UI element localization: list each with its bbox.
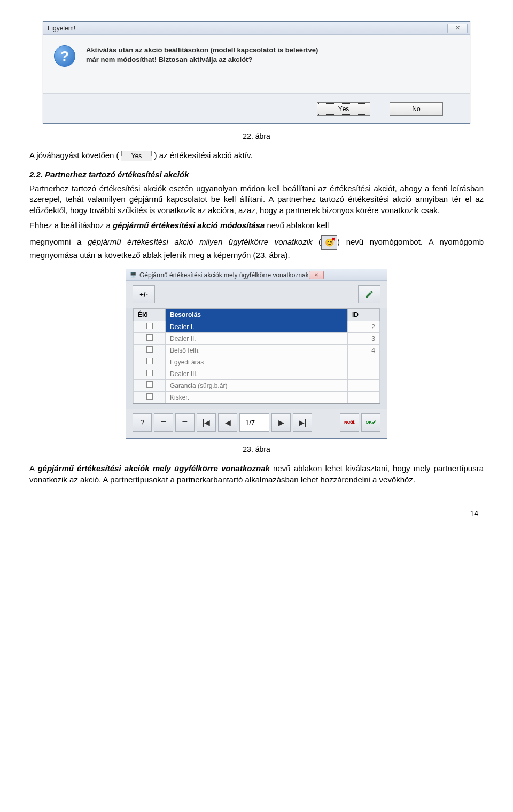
dialog-title: Figyelem! — [48, 25, 75, 32]
confirm-dialog: Figyelem! ✕ ? Aktiválás után az akció be… — [43, 21, 470, 124]
pencil-icon — [364, 290, 374, 299]
ok-button[interactable]: OK✔ — [361, 413, 380, 432]
table-row[interactable]: Kisker. — [134, 392, 380, 403]
cell-id — [348, 368, 380, 380]
cell-checkbox[interactable] — [134, 380, 166, 392]
cell-id — [348, 380, 380, 392]
table-row[interactable]: Dealer III. — [134, 368, 380, 380]
inline-yes-button-image: Yes — [121, 151, 152, 161]
dialog2-navbar: ? ≣ ≣ |◀ ◀ 1/7 ▶ ▶| NO✖ OK✔ — [126, 409, 387, 438]
first-button[interactable]: |◀ — [197, 413, 216, 432]
paragraph-dialog-ref: Ehhez a beállításhoz a gépjármű értékesí… — [29, 220, 484, 231]
customer-table: Élő Besorolás ID Dealer I.2Dealer II.3Be… — [133, 308, 380, 404]
paragraph-final: A gépjármű értékesítési akciók mely ügyf… — [29, 463, 484, 485]
checkbox-icon[interactable] — [146, 323, 153, 329]
cell-checkbox[interactable] — [134, 333, 166, 345]
cell-besorolas: Dealer II. — [166, 333, 348, 345]
cell-checkbox[interactable] — [134, 356, 166, 368]
checkbox-icon[interactable] — [146, 358, 153, 364]
yes-button[interactable]: Yes — [317, 102, 370, 116]
list2-button[interactable]: ≣ — [175, 413, 195, 432]
col-id[interactable]: ID — [348, 309, 380, 321]
cell-besorolas: Egyedi áras — [166, 356, 348, 368]
next-button[interactable]: ▶ — [271, 413, 291, 432]
checkbox-icon[interactable] — [146, 393, 153, 400]
dialog-titlebar[interactable]: Figyelem! ✕ — [43, 22, 470, 35]
cell-checkbox[interactable] — [134, 321, 166, 333]
prev-button[interactable]: ◀ — [218, 413, 237, 432]
paragraph-partner-desc: Partnerhez tartozó értékesítési akciók e… — [29, 183, 484, 216]
cell-id: 3 — [348, 333, 380, 345]
question-icon: ? — [54, 45, 75, 67]
cell-id — [348, 392, 380, 403]
cell-besorolas: Dealer I. — [166, 321, 348, 333]
figure-caption-23: 23. ábra — [29, 445, 484, 454]
dialog2-toolbar-top: +/- — [126, 281, 387, 308]
checkbox-icon[interactable] — [146, 334, 153, 341]
col-elo[interactable]: Élő — [134, 309, 166, 321]
checkbox-icon[interactable] — [146, 381, 153, 388]
cell-besorolas: Dealer III. — [166, 368, 348, 380]
checkbox-icon[interactable] — [146, 370, 153, 376]
table-row[interactable]: Dealer I.2 — [134, 321, 380, 333]
face-icon: 😊 — [321, 235, 337, 250]
cell-besorolas: Kisker. — [166, 392, 348, 403]
cell-checkbox[interactable] — [134, 392, 166, 403]
cell-besorolas: Belső felh. — [166, 345, 348, 356]
paragraph-approval: A jóváhagyást követően ( Yes ) az értéke… — [29, 150, 484, 161]
cell-checkbox[interactable] — [134, 345, 166, 356]
plus-minus-button[interactable]: +/- — [133, 285, 155, 303]
cell-id: 4 — [348, 345, 380, 356]
cell-besorolas: Garancia (sürg.b.ár) — [166, 380, 348, 392]
dialog-buttons: Yes No — [43, 93, 470, 123]
figure-caption-22: 22. ábra — [29, 132, 484, 140]
cell-id — [348, 356, 380, 368]
help-button[interactable]: ? — [133, 413, 152, 432]
no-button[interactable]: NO✖ — [340, 413, 359, 432]
table-row[interactable]: Belső felh.4 — [134, 345, 380, 356]
cell-checkbox[interactable] — [134, 368, 166, 380]
checkbox-icon[interactable] — [146, 346, 153, 353]
record-counter: 1/7 — [239, 413, 269, 432]
table-row[interactable]: Garancia (sürg.b.ár) — [134, 380, 380, 392]
edit-button[interactable] — [358, 285, 380, 303]
dialog2-title: Gépjármű értékesítési akciók mely ügyfél… — [139, 271, 309, 279]
section-heading-2-2: 2.2. Partnerhez tartozó értékesítési akc… — [29, 170, 484, 179]
col-besorolas[interactable]: Besorolás — [166, 309, 348, 321]
close-icon[interactable]: ✕ — [309, 271, 324, 279]
table-row[interactable]: Egyedi áras — [134, 356, 380, 368]
table-row[interactable]: Dealer II.3 — [134, 333, 380, 345]
dialog-message: Aktiválás után az akció beállításokon (m… — [86, 45, 318, 88]
last-button[interactable]: ▶| — [293, 413, 312, 432]
cell-id: 2 — [348, 321, 380, 333]
paragraph-button-ref: megnyomni a gépjármű értékesítési akció … — [29, 235, 484, 261]
dialog2-titlebar[interactable]: 🖥️ Gépjármű értékesítési akciók mely ügy… — [126, 269, 387, 281]
no-button[interactable]: No — [390, 102, 443, 116]
list1-button[interactable]: ≣ — [154, 413, 173, 432]
customer-group-dialog: 🖥️ Gépjármű értékesítési akciók mely ügy… — [126, 269, 387, 439]
close-icon[interactable]: ✕ — [447, 24, 468, 33]
page-number: 14 — [29, 509, 484, 518]
dialog-body: ? Aktiválás után az akció beállításokon … — [43, 35, 470, 93]
app-icon: 🖥️ — [129, 271, 137, 279]
